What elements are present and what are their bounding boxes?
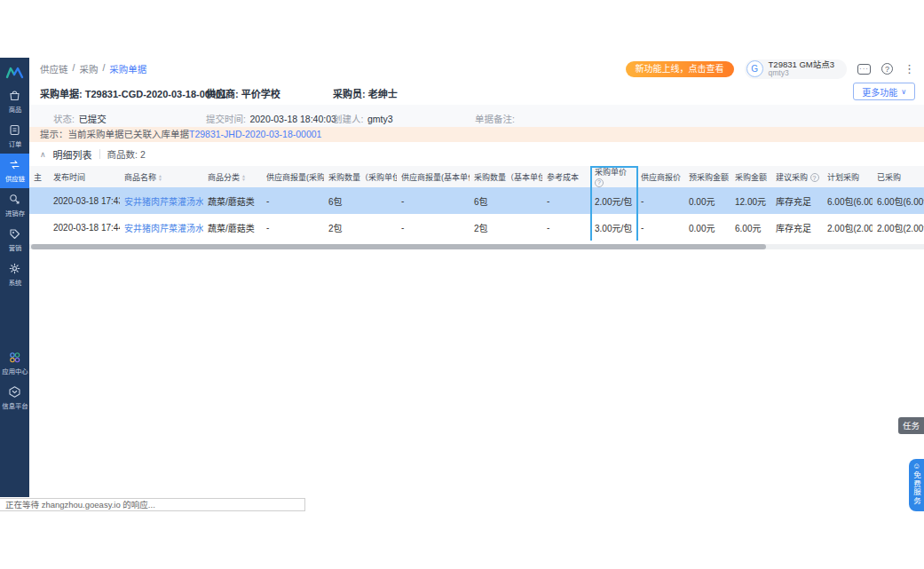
sidebar-item-label: 信息平台 bbox=[2, 400, 28, 409]
service-tab-label: 免费服务 bbox=[912, 471, 922, 505]
status-label: 状态: bbox=[53, 114, 75, 124]
cell-pre-amount: 0.00元 bbox=[684, 187, 731, 214]
doc-number-label: 采购单据: bbox=[40, 89, 83, 99]
cell-supplier-qty-pu: - bbox=[262, 187, 324, 214]
horizontal-scrollbar[interactable] bbox=[29, 244, 924, 249]
collapse-caret-icon[interactable]: ∧ bbox=[40, 150, 46, 159]
product-link[interactable]: 安井猪肉芹菜灌汤水饺 bbox=[124, 224, 203, 233]
submit-time-field: 提交时间: 2020-03-18 18:40:03 bbox=[206, 110, 336, 126]
remark-label: 单据备注: bbox=[475, 114, 515, 124]
col-supplier-qty-base-unit: 供应商报量(基本单位) bbox=[397, 166, 470, 187]
buyer-value: 老绅士 bbox=[368, 89, 398, 99]
sidebar: 商品 订单 供应链 进销存 营销 bbox=[0, 58, 29, 497]
cell-purchase-qty-bu: 2包 bbox=[470, 214, 542, 241]
marketing-tag-icon bbox=[8, 227, 21, 241]
cell-amount: 6.00元 bbox=[731, 214, 771, 241]
submit-time-label: 提交时间: bbox=[206, 114, 246, 124]
doc-header-row1: 采购单据: T29831-CGD-2020-03-18-00001 供应商: 平… bbox=[29, 80, 924, 105]
topbar-right: 新功能上线，点击查看 G T29831 GM站点3 qmty3 ··· ? ⋮ bbox=[626, 59, 915, 79]
sidebar-item-inventory[interactable]: 进销存 bbox=[0, 188, 29, 223]
supply-chain-icon bbox=[8, 158, 21, 171]
cell-supplier-qty-bu: - bbox=[397, 214, 470, 241]
col-main: 主 bbox=[29, 166, 49, 187]
kebab-icon: ⋮ bbox=[904, 63, 915, 75]
smiley-icon: ☺ bbox=[912, 462, 920, 470]
table-row[interactable]: 2020-03-18 17:43:57 安井猪肉芹菜灌汤水饺 蔬菜/蘑菇类 - … bbox=[29, 187, 924, 214]
service-tab[interactable]: ☺ 免费服务 bbox=[909, 459, 924, 511]
cell-product-name: 安井猪肉芹菜灌汤水饺 bbox=[120, 214, 203, 241]
cell-supplier-qty-bu: - bbox=[397, 187, 470, 214]
sidebar-item-system[interactable]: 系统 bbox=[0, 257, 29, 292]
creator-value: gmty3 bbox=[367, 114, 393, 124]
more-functions-button[interactable]: 更多功能 ∨ bbox=[853, 83, 915, 100]
user-menu[interactable]: G T29831 GM站点3 qmty3 bbox=[745, 59, 847, 79]
col-purchased: 已采购 bbox=[873, 166, 924, 187]
doc-header-row2: 状态: 已提交 提交时间: 2020-03-18 18:40:03 创建人: g… bbox=[29, 105, 924, 127]
product-link[interactable]: 安井猪肉芹菜灌汤水饺 bbox=[124, 197, 203, 207]
cell-purchase-price: 2.00元/包 bbox=[590, 187, 636, 214]
cell-supplier-quote: - bbox=[636, 187, 684, 214]
detail-table: 主 发布时间 商品名称▲▼ 商品分类▲▼ 供应商报量(采购单位) 采购数量（采购… bbox=[29, 166, 924, 241]
cell-amount: 12.00元 bbox=[731, 187, 771, 214]
breadcrumb-current: 采购单据 bbox=[109, 62, 146, 75]
avatar: G bbox=[746, 60, 763, 77]
more-menu-button[interactable]: ⋮ bbox=[904, 63, 915, 75]
cell-pre-amount: 0.00元 bbox=[684, 214, 731, 241]
sidebar-item-goods[interactable]: 商品 bbox=[0, 84, 29, 119]
user-account: qmty3 bbox=[769, 69, 834, 77]
cell-main bbox=[29, 187, 49, 214]
doc-number-field: 采购单据: T29831-CGD-2020-03-18-00001 bbox=[40, 86, 226, 100]
breadcrumb-item[interactable]: 供应链 bbox=[40, 62, 68, 75]
cell-purchase-qty-pu: 6包 bbox=[324, 187, 397, 214]
col-purchase-price: 采购单价? bbox=[590, 166, 636, 187]
cell-purchase-price: 3.00元/包 bbox=[590, 214, 636, 241]
breadcrumb-item[interactable]: 采购 bbox=[79, 62, 98, 75]
buyer-field: 采购员: 老绅士 bbox=[333, 86, 398, 100]
sort-icon: ▲▼ bbox=[241, 174, 246, 181]
sidebar-item-label: 进销存 bbox=[4, 208, 24, 217]
alert-text: 提示：当前采购单据已关联入库单据 bbox=[40, 129, 189, 139]
linked-doc-alert: 提示：当前采购单据已关联入库单据T29831-JHD-2020-03-18-00… bbox=[29, 127, 924, 142]
divider bbox=[99, 149, 100, 159]
cell-planned: 6.00包(6.00包) bbox=[823, 187, 873, 214]
sidebar-item-supply-chain[interactable]: 供应链 bbox=[0, 154, 29, 188]
info-icon[interactable]: ? bbox=[810, 173, 819, 182]
brand-logo-icon[interactable] bbox=[0, 61, 29, 84]
cell-supplier-quote: - bbox=[636, 214, 684, 241]
linked-doc-link[interactable]: T29831-JHD-2020-03-18-00001 bbox=[189, 129, 321, 139]
creator-label: 创建人: bbox=[333, 114, 363, 124]
item-count: 商品数: 2 bbox=[107, 147, 146, 161]
promo-banner-button[interactable]: 新功能上线，点击查看 bbox=[626, 61, 734, 77]
col-product-category[interactable]: 商品分类▲▼ bbox=[203, 166, 262, 187]
cell-purchased: 6.00包(6.00包) bbox=[873, 187, 924, 214]
status-badge: 已提交 bbox=[78, 114, 107, 124]
submit-time-value: 2020-03-18 18:40:03 bbox=[249, 114, 336, 124]
col-product-name[interactable]: 商品名称▲▼ bbox=[120, 166, 203, 187]
detail-section-header: ∧ 明细列表 商品数: 2 bbox=[29, 142, 924, 166]
cell-purchase-qty-bu: 6包 bbox=[470, 187, 542, 214]
col-supplier-qty-purchase-unit: 供应商报量(采购单位) bbox=[262, 166, 324, 187]
sidebar-item-info-platform[interactable]: 信息平台 bbox=[0, 381, 29, 415]
buyer-label: 采购员: bbox=[333, 89, 366, 99]
help-button[interactable]: ? bbox=[881, 63, 893, 75]
cell-suggested: 库存充足 bbox=[771, 214, 823, 241]
messages-button[interactable]: ··· bbox=[857, 64, 871, 75]
user-names: T29831 GM站点3 qmty3 bbox=[769, 60, 834, 77]
breadcrumb-separator: / bbox=[102, 62, 105, 75]
table-row[interactable]: 2020-03-18 17:44:51 安井猪肉芹菜灌汤水饺 蔬菜/蘑菇类 - … bbox=[29, 214, 924, 241]
cell-ref-cost: - bbox=[542, 214, 590, 241]
sidebar-item-app-center[interactable]: 应用中心 bbox=[0, 346, 29, 381]
cell-category: 蔬菜/蘑菇类 bbox=[203, 214, 262, 241]
info-icon[interactable]: ? bbox=[595, 178, 604, 187]
remark-field: 单据备注: bbox=[475, 110, 515, 126]
app-center-icon bbox=[8, 351, 21, 364]
sidebar-item-orders[interactable]: 订单 bbox=[0, 119, 29, 154]
question-icon: ? bbox=[881, 63, 893, 75]
cell-purchased: 2.00包(2.00包) bbox=[873, 214, 924, 241]
breadcrumb-separator: / bbox=[73, 62, 75, 75]
more-functions-label: 更多功能 bbox=[862, 85, 897, 99]
task-tab[interactable]: 任务 bbox=[898, 417, 924, 434]
scrollbar-thumb[interactable] bbox=[31, 244, 766, 249]
system-gear-icon bbox=[8, 262, 21, 275]
sidebar-item-marketing[interactable]: 营销 bbox=[0, 223, 29, 257]
